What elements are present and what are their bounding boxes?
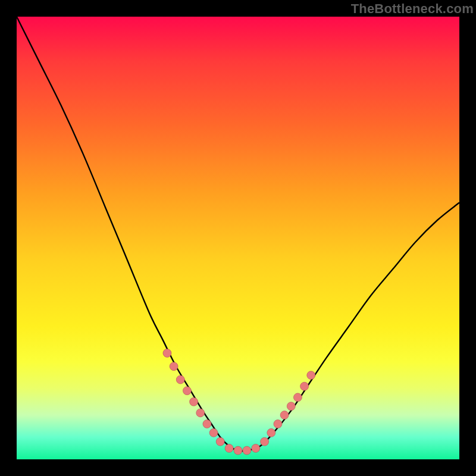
curve-dot [170, 362, 178, 371]
curve-dot [293, 393, 302, 402]
curve-dot [176, 375, 184, 384]
curve-dot [225, 444, 233, 452]
curve-layer [17, 17, 459, 459]
watermark-text: TheBottleneck.com [351, 1, 474, 17]
curve-dot [190, 397, 198, 406]
curve-dot [261, 437, 269, 446]
plot-area [17, 17, 459, 459]
curve-dot [209, 428, 218, 437]
curve-dot [307, 371, 315, 380]
curve-dot [252, 444, 260, 452]
curve-dot [196, 409, 205, 417]
curve-dot [234, 446, 242, 455]
curve-dot [280, 411, 289, 419]
curve-dot [287, 402, 295, 411]
bottleneck-curve [17, 17, 459, 451]
curve-dot [203, 419, 211, 428]
chart-frame: TheBottleneck.com [0, 0, 476, 476]
curve-dot [163, 349, 171, 357]
curve-dot [274, 419, 282, 428]
curve-dot [267, 428, 275, 437]
curve-dot [243, 446, 251, 455]
curve-dot [183, 387, 191, 395]
curve-dots [163, 349, 315, 455]
curve-dot [216, 437, 224, 446]
curve-dot [300, 382, 309, 390]
